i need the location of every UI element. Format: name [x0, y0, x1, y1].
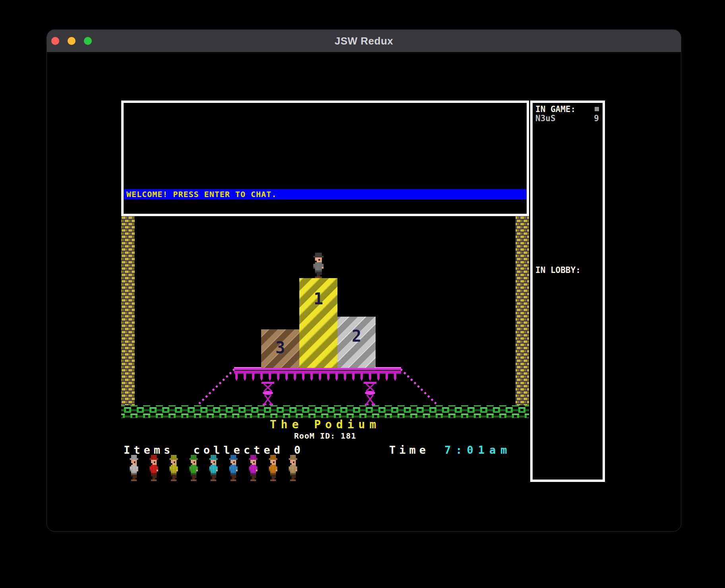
- life-sprite: [287, 455, 299, 481]
- lives-row: [128, 455, 299, 481]
- app-window: JSW Redux WELCOME! PRESS ENTER TO CHAT. …: [47, 29, 681, 532]
- time-label: Time: [389, 444, 429, 456]
- window-title: JSW Redux: [47, 35, 681, 47]
- items-collected-count: 0: [294, 444, 304, 456]
- in-lobby-label: IN LOBBY:: [535, 266, 581, 275]
- players-sidebar: IN GAME: N3uS 9 IN LOBBY:: [530, 101, 605, 482]
- life-sprite: [268, 455, 279, 481]
- trestle-leg-left: [262, 382, 274, 405]
- bridge-strut-right: [401, 369, 436, 404]
- room-title: The Podium: [121, 418, 529, 431]
- left-wall: [121, 216, 135, 405]
- room-id: RooM ID: 181: [121, 431, 529, 441]
- life-sprite: [128, 455, 140, 481]
- life-sprite: [188, 455, 199, 481]
- chat-message-text: WELCOME! PRESS ENTER TO CHAT.: [126, 190, 277, 199]
- player-score: 9: [594, 114, 599, 123]
- podium-rank-3: 3: [275, 338, 285, 357]
- player-status-icon: [595, 107, 599, 111]
- player-sprite: [313, 253, 324, 278]
- items-collected-label: Items collected: [124, 444, 284, 456]
- life-sprite: [148, 455, 159, 481]
- life-sprite: [168, 455, 179, 481]
- game-scene[interactable]: 3 1 2: [121, 216, 529, 418]
- deck-fringe: [235, 373, 396, 381]
- chat-message-bar[interactable]: WELCOME! PRESS ENTER TO CHAT.: [124, 189, 527, 199]
- hud-bar: Items collected0 Time 7:01am: [47, 444, 681, 455]
- time-value: 7:01am: [444, 444, 512, 456]
- life-sprite: [248, 455, 259, 481]
- player-name: N3uS: [535, 114, 556, 123]
- trestle-deck: [234, 367, 401, 381]
- life-sprite: [228, 455, 239, 481]
- podium-rank-2: 2: [352, 327, 361, 345]
- window-titlebar[interactable]: JSW Redux: [47, 30, 681, 52]
- in-game-label: IN GAME:: [535, 105, 576, 114]
- podium-rank-1: 1: [314, 290, 323, 308]
- right-wall: [516, 216, 529, 405]
- life-sprite: [208, 455, 219, 481]
- floor-chains: [121, 405, 529, 418]
- chat-panel: WELCOME! PRESS ENTER TO CHAT.: [121, 101, 529, 216]
- trestle-leg-right: [364, 382, 376, 405]
- bridge-strut-left: [199, 369, 235, 404]
